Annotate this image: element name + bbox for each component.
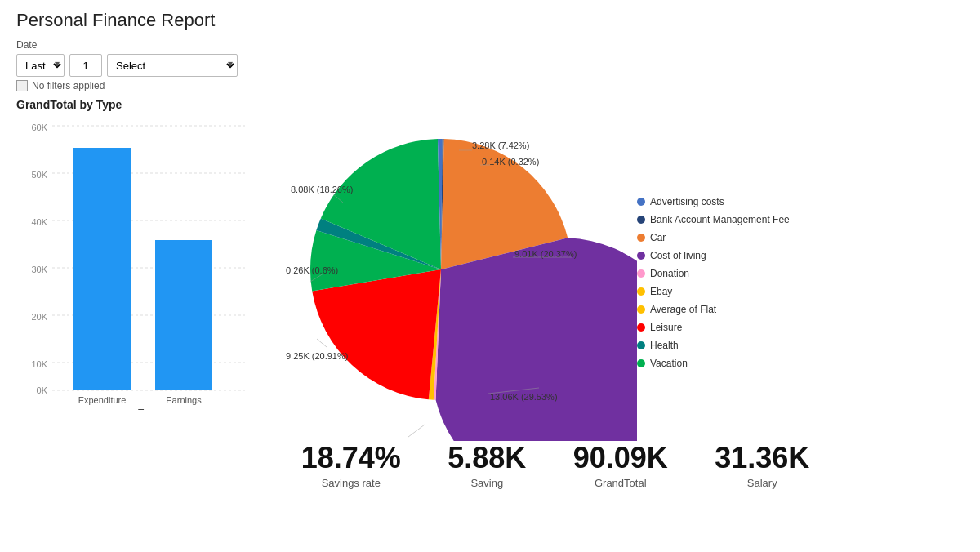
svg-text:10K: 10K	[31, 359, 47, 369]
svg-line-21	[408, 425, 425, 437]
svg-text:Earnings: Earnings	[166, 395, 202, 405]
legend-item-health: Health	[637, 340, 817, 351]
kpi-saving: 5.88K Saving	[448, 441, 526, 489]
legend-panel: Advertising costs Bank Account Managemen…	[637, 98, 817, 376]
legend-item-ebay: Ebay	[637, 286, 817, 297]
kpi-value-savings-rate: 18.74%	[301, 441, 401, 475]
legend-dot-advertising	[637, 198, 645, 206]
kpi-savings-rate: 18.74% Savings rate	[301, 441, 401, 489]
legend-label-car: Car	[650, 232, 666, 243]
main-layout: GrandTotal by Type 60K 50K 40K 30K 20K 1…	[16, 98, 964, 489]
kpi-value-salary: 31.36K	[715, 441, 809, 475]
kpi-label-saving: Saving	[448, 477, 526, 489]
legend-item-car: Car	[637, 232, 817, 243]
legend-label-bank: Bank Account Management Fee	[650, 214, 790, 225]
last-select-wrapper: Last	[16, 54, 65, 77]
svg-text:Type: Type	[138, 407, 159, 410]
legend-dot-donation	[637, 269, 645, 278]
legend-label-col: Cost of living	[650, 250, 706, 261]
last-select[interactable]: Last	[16, 54, 65, 77]
legend-item-bank: Bank Account Management Fee	[637, 214, 817, 225]
pie-svg: 3.28K (7.42%) 0.14K (0.32%) 9.01K (20.37…	[261, 98, 637, 441]
legend-label-leisure: Leisure	[650, 322, 682, 333]
pie-leisure	[312, 269, 441, 399]
svg-text:50K: 50K	[31, 170, 47, 180]
legend-dot-bank	[637, 216, 645, 224]
page-title: Personal Finance Report	[16, 10, 964, 31]
kpi-value-grandtotal: 90.09K	[573, 441, 668, 475]
legend-label-flat: Average of Flat	[650, 304, 716, 315]
svg-text:Expenditure: Expenditure	[78, 395, 127, 405]
number-input[interactable]	[69, 54, 102, 77]
kpi-value-saving: 5.88K	[448, 441, 526, 475]
legend-dot-health	[637, 341, 645, 349]
kpi-salary: 31.36K Salary	[715, 441, 809, 489]
svg-text:60K: 60K	[31, 122, 47, 132]
svg-line-22	[317, 339, 327, 347]
legend-item-flat: Average of Flat	[637, 304, 817, 315]
legend-dot-col	[637, 252, 645, 260]
pie-label-col: 13.06K (29.53%)	[490, 392, 558, 402]
pie-label-advertising: 0.14K (0.32%)	[482, 157, 539, 167]
legend-item-vacation: Vacation	[637, 358, 817, 369]
left-panel: GrandTotal by Type 60K 50K 40K 30K 20K 1…	[16, 98, 261, 489]
legend-item-advertising: Advertising costs	[637, 196, 817, 207]
pie-cost-of-living	[436, 238, 637, 441]
legend-dot-vacation	[637, 359, 645, 367]
bar-chart-title: GrandTotal by Type	[16, 98, 261, 111]
svg-text:0K: 0K	[37, 385, 48, 395]
svg-text:30K: 30K	[31, 265, 47, 274]
legend-dot-leisure	[637, 323, 645, 332]
svg-text:40K: 40K	[31, 217, 47, 227]
page: Personal Finance Report Date Last Select…	[0, 0, 980, 499]
pie-chart-area: 3.28K (7.42%) 0.14K (0.32%) 9.01K (20.37…	[261, 98, 637, 441]
bar-earnings	[155, 240, 212, 390]
legend-item-col: Cost of living	[637, 250, 817, 261]
period-select[interactable]: Select Year Month Quarter Day	[107, 54, 238, 77]
pie-legend-row: 3.28K (7.42%) 0.14K (0.32%) 9.01K (20.37…	[261, 98, 964, 441]
legend-label-vacation: Vacation	[650, 358, 688, 369]
no-filters-label: No filters applied	[32, 80, 105, 91]
legend-dot-ebay	[637, 287, 645, 296]
bar-expenditure	[74, 148, 131, 390]
legend-label-donation: Donation	[650, 268, 689, 279]
no-filters: No filters applied	[16, 80, 964, 91]
filter-checkbox	[16, 80, 28, 91]
bar-chart-svg: 60K 50K 40K 30K 20K 10K 0K	[16, 116, 261, 410]
pie-label-ebay: 0.26K (0.6%)	[286, 265, 338, 275]
bar-chart-area: 60K 50K 40K 30K 20K 10K 0K	[16, 116, 261, 410]
legend-label-ebay: Ebay	[650, 286, 672, 297]
legend-label-health: Health	[650, 340, 679, 351]
kpi-grandtotal: 90.09K GrandTotal	[573, 441, 668, 489]
date-controls: Last Select Year Month Quarter Day	[16, 54, 964, 77]
legend-dot-car	[637, 234, 645, 242]
kpi-row: 18.74% Savings rate 5.88K Saving 90.09K …	[261, 441, 833, 489]
date-section: Date Last Select Year Month Quarter Day …	[16, 39, 964, 91]
center-right: 3.28K (7.42%) 0.14K (0.32%) 9.01K (20.37…	[261, 98, 964, 489]
kpi-label-salary: Salary	[715, 477, 809, 489]
period-select-wrapper: Select Year Month Quarter Day	[107, 54, 238, 77]
kpi-label-savings-rate: Savings rate	[301, 477, 401, 489]
legend-item-leisure: Leisure	[637, 322, 817, 333]
kpi-label-grandtotal: GrandTotal	[573, 477, 668, 489]
pie-label-vacation: 3.28K (7.42%)	[472, 140, 529, 150]
date-label: Date	[16, 39, 964, 51]
legend-label-advertising: Advertising costs	[650, 196, 724, 207]
legend-item-donation: Donation	[637, 268, 817, 279]
svg-text:20K: 20K	[31, 312, 47, 322]
legend-dot-flat	[637, 305, 645, 314]
pie-label-flat: 9.25K (20.91%)	[286, 351, 348, 361]
pie-label-vac2: 8.08K (18.26%)	[291, 185, 353, 194]
